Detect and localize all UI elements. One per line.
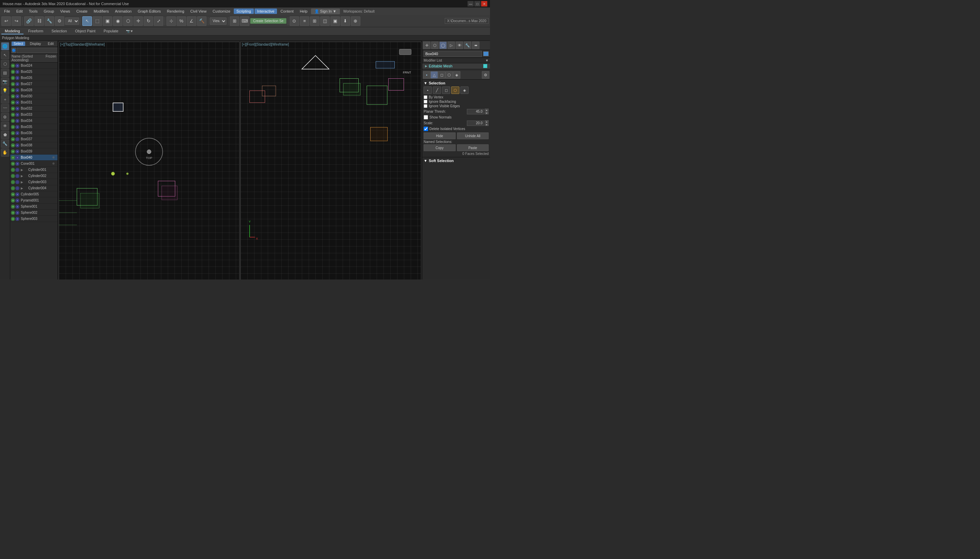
eye-icon[interactable]: ○ <box>11 186 15 190</box>
link-button[interactable]: 🔗 <box>24 17 34 26</box>
render-icon[interactable]: ● <box>15 64 20 68</box>
layer-btn4[interactable]: ◫ <box>320 17 330 26</box>
layer-btn2[interactable]: ≡ <box>300 17 309 26</box>
layer-btn3[interactable]: ⊞ <box>310 17 320 26</box>
copy-button[interactable]: Copy <box>424 144 455 151</box>
render-icon[interactable]: ● <box>15 101 20 104</box>
fence-select-button[interactable]: ⬡ <box>123 17 133 26</box>
pt-settings-btn[interactable]: ⚙ <box>482 71 489 79</box>
sel-element-btn[interactable]: ◈ <box>460 86 469 94</box>
maximize-button[interactable]: □ <box>474 1 480 7</box>
show-normals-check[interactable] <box>424 115 428 119</box>
scene-item[interactable]: ○○▶Cylinder004 <box>10 185 58 191</box>
scene-item[interactable]: ○○▶Cylinder001 <box>10 167 58 173</box>
props-extra-btn[interactable]: ⬌ <box>472 41 480 49</box>
eye-icon[interactable]: ● <box>11 211 15 215</box>
render-icon[interactable]: ● <box>15 107 20 111</box>
render-icon[interactable]: ● <box>15 131 20 135</box>
tab-populate[interactable]: Populate <box>100 28 122 35</box>
filter-dropdown[interactable]: All <box>65 17 79 25</box>
eye-icon[interactable]: ● <box>11 70 15 74</box>
render-icon[interactable]: ● <box>15 192 20 197</box>
create-icon[interactable]: ⬡ <box>1 60 9 68</box>
ignore-backfacing-check[interactable] <box>424 100 427 104</box>
select-filter-button[interactable]: ⚙ <box>55 17 64 26</box>
item-expand-icon[interactable]: ▶ <box>21 187 24 190</box>
sel-poly-btn[interactable]: ⬡ <box>451 86 459 94</box>
filter-icon[interactable]: 🔵 <box>12 48 16 53</box>
menu-group[interactable]: Group <box>41 8 57 14</box>
scene-item[interactable]: ●●Cylinder005 <box>10 191 58 197</box>
namedsets-button[interactable]: ⊞ <box>230 17 239 26</box>
scene-item[interactable]: ●●Sphere001 <box>10 203 58 210</box>
menu-create[interactable]: Create <box>74 8 90 14</box>
menu-rendering[interactable]: Rendering <box>164 8 187 14</box>
render-icon[interactable]: ● <box>15 76 20 80</box>
pt-poly-btn[interactable]: ⬡ <box>445 71 453 79</box>
eye-icon[interactable]: ● <box>11 101 15 104</box>
menu-scripting[interactable]: Scripting <box>234 8 254 14</box>
scene-tab-edit[interactable]: Edit <box>46 41 56 46</box>
render-icon[interactable]: ● <box>15 119 20 123</box>
render-icon[interactable]: ● <box>15 70 20 74</box>
render-icon[interactable]: ● <box>15 94 20 98</box>
layer-btn5[interactable]: ▣ <box>330 17 340 26</box>
scene-item[interactable]: ○○▶Cylinder003 <box>10 179 58 185</box>
eye-icon[interactable]: ● <box>11 217 15 221</box>
pt-border-btn[interactable]: ◻ <box>438 71 445 79</box>
eye-icon[interactable]: ● <box>11 107 15 111</box>
render-icon[interactable]: ● <box>15 143 20 147</box>
props-modify-btn[interactable]: ⬡ <box>431 41 439 49</box>
utilities-icon[interactable]: 🔧 <box>1 140 9 148</box>
scene-item[interactable]: ●○Box037 <box>10 136 58 142</box>
minimize-button[interactable]: — <box>467 1 474 7</box>
undo-button[interactable]: ↩ <box>2 17 11 26</box>
close-button[interactable]: ✕ <box>481 1 487 7</box>
delete-isolated-check[interactable] <box>424 127 428 131</box>
render-icon[interactable]: ● <box>15 205 20 209</box>
scene-item[interactable]: ●●Box036 <box>10 130 58 136</box>
refcoord-button[interactable]: ⊹ <box>167 17 176 26</box>
item-expand-icon[interactable]: ▶ <box>21 174 24 178</box>
scene-item[interactable]: ●●Box026 <box>10 75 58 81</box>
scene-tab-select[interactable]: Select <box>12 41 25 46</box>
scene-item[interactable]: ●●Box040❄ <box>10 155 58 161</box>
unhide-all-button[interactable]: Unhide All <box>457 132 489 139</box>
camera-side-icon[interactable]: 📷 <box>1 78 9 86</box>
render-icon[interactable]: ● <box>15 211 20 215</box>
eye-icon[interactable]: ● <box>11 149 15 154</box>
menu-edit[interactable]: Edit <box>13 8 26 14</box>
rotate-button[interactable]: ↻ <box>144 17 153 26</box>
menu-civil-view[interactable]: Civil View <box>188 8 209 14</box>
selection-collapse-icon[interactable]: ▼ <box>424 81 427 85</box>
render-icon[interactable]: ● <box>15 198 20 203</box>
viewport-front[interactable]: [+][Front][Standard][Wireframe] <box>240 41 421 280</box>
bind-space-button[interactable]: 🔧 <box>45 17 54 26</box>
scene-item[interactable]: ●●Box028 <box>10 87 58 93</box>
eye-icon[interactable]: ● <box>11 205 15 209</box>
scene-item[interactable]: ●●Box030 <box>10 93 58 99</box>
menu-views[interactable]: Views <box>58 8 73 14</box>
eye-icon[interactable]: ○ <box>11 168 15 172</box>
planar-thresh-input[interactable] <box>467 109 484 114</box>
shapes-icon[interactable]: ▤ <box>1 69 9 77</box>
eye-icon[interactable]: ● <box>11 198 15 203</box>
menu-customize[interactable]: Customize <box>210 8 233 14</box>
render-icon[interactable]: ● <box>15 162 20 166</box>
planar-down-btn[interactable]: ▼ <box>485 112 488 114</box>
render-icon[interactable]: ○ <box>15 186 20 190</box>
soft-sel-collapse-icon[interactable]: ▼ <box>424 159 427 163</box>
scale-input[interactable] <box>467 121 484 126</box>
tab-freeform[interactable]: Freeform <box>25 28 47 35</box>
pt-edge-btn[interactable]: △ <box>431 71 438 79</box>
display-icon[interactable]: 👁 <box>1 122 9 130</box>
paste-button[interactable]: Paste <box>457 144 489 151</box>
snap-button[interactable]: % <box>177 17 186 26</box>
unlink-button[interactable]: ⛓ <box>35 17 44 26</box>
menu-help[interactable]: Help <box>297 8 310 14</box>
scene-item[interactable]: ●●Cone001❄ <box>10 161 58 167</box>
lights-icon[interactable]: 💡 <box>1 86 9 95</box>
render-icon[interactable]: ● <box>15 113 20 117</box>
eye-icon[interactable]: ● <box>11 94 15 98</box>
item-expand-icon[interactable]: ▶ <box>21 180 24 184</box>
